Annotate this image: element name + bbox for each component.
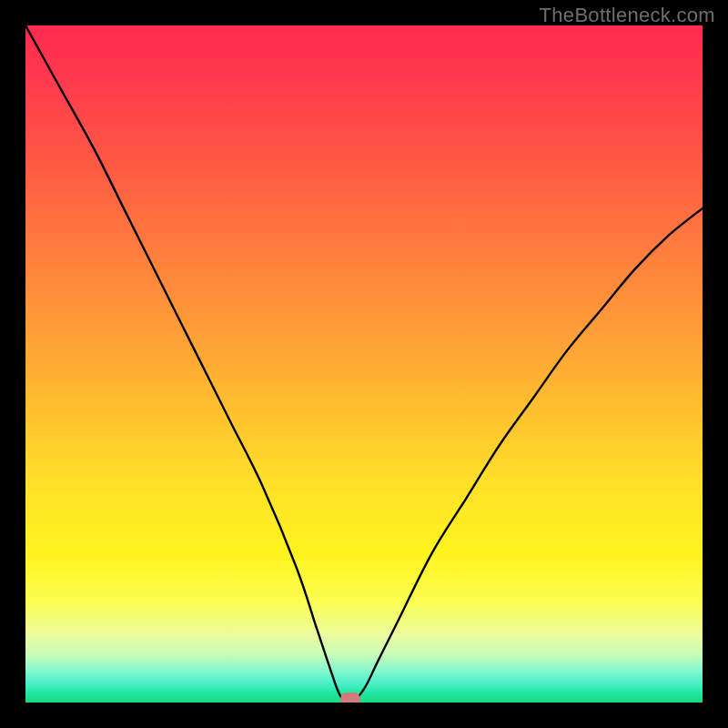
chart-frame: TheBottleneck.com xyxy=(0,0,728,728)
bottleneck-curve xyxy=(25,25,703,703)
plot-area xyxy=(25,25,703,703)
optimum-marker xyxy=(340,693,360,703)
watermark-text: TheBottleneck.com xyxy=(540,4,715,27)
